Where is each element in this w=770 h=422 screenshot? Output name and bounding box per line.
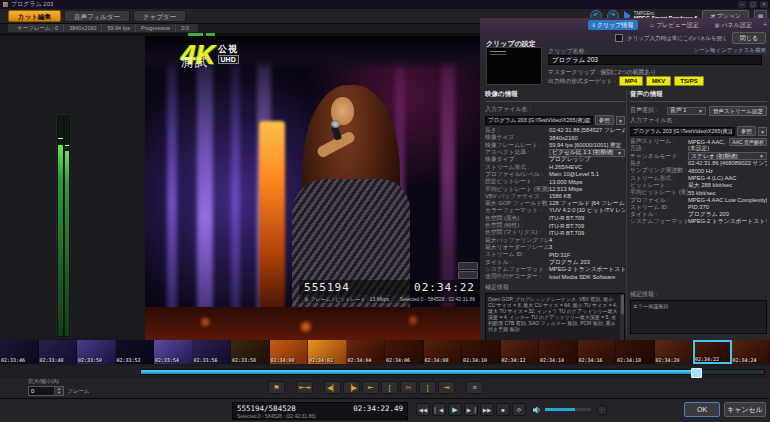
tab-audio-filter[interactable]: 音声フィルター xyxy=(64,10,130,22)
set-end-frame-button[interactable]: ] xyxy=(419,381,436,394)
filmstrip-thumbnail[interactable]: 02:33:46 xyxy=(0,340,39,364)
panel-add-icon[interactable]: + xyxy=(763,20,767,30)
bottom-bar: 555194/584528 02:34:22.49 Selected 0 - 5… xyxy=(0,398,770,422)
status-item: 59.94 fps xyxy=(102,24,136,32)
notes-scrollbar[interactable] xyxy=(620,294,624,340)
filmstrip-thumbnail[interactable]: 02:34:06 xyxy=(385,340,424,364)
filmstrip-thumbnail[interactable]: 02:33:54 xyxy=(154,340,193,364)
video-info-row-value: Main 10@Level 5.1 xyxy=(549,171,625,177)
filmstrip-thumbnail[interactable]: 02:34:14 xyxy=(539,340,578,364)
target-badge-mp4[interactable]: MP4 xyxy=(619,76,643,86)
playback-menu-icon[interactable]: · xyxy=(597,405,607,415)
prev-frame-button[interactable]: ▏◀ xyxy=(432,403,446,416)
filmstrip-thumbnail[interactable]: 02:34:16 xyxy=(578,340,617,364)
audio-info-row-value: 55 kbit/sec xyxy=(688,190,767,196)
video-info-row-label: 使用中のデコーダー : xyxy=(485,272,549,281)
loop-button[interactable]: ⟳ xyxy=(512,403,526,416)
panel-tab-preview-settings[interactable]: ▭プレビュー設定 xyxy=(644,20,703,30)
volume-icon[interactable] xyxy=(532,405,542,415)
prev-frame-button[interactable]: ◀▏ xyxy=(324,381,341,394)
rewind-button[interactable]: ◀◀ xyxy=(416,403,430,416)
edit-menu-button[interactable]: ≡ xyxy=(466,381,483,394)
cancel-button[interactable]: キャンセル xyxy=(724,402,766,417)
audio-file-dropdown-icon[interactable]: ▼ xyxy=(758,127,767,136)
filmstrip-thumbnail[interactable]: 02:34:02 xyxy=(308,340,347,364)
goto-end-button[interactable]: ⇥ xyxy=(438,381,455,394)
set-start-frame-button[interactable]: [ xyxy=(381,381,398,394)
thumbnail-timecode: 02:34:24 xyxy=(733,357,757,363)
filmstrip-thumbnail[interactable]: 02:34:22 xyxy=(693,340,732,364)
video-preview[interactable]: 4K 公視 UHD 測試 555194 02:34:22 全 フレーム / ビッ… xyxy=(145,36,480,340)
filmstrip-thumbnail[interactable]: 02:33:52 xyxy=(116,340,155,364)
filmstrip-thumbnail[interactable]: 02:33:56 xyxy=(193,340,232,364)
video-info-row-value: ITU-R BT.709 xyxy=(549,223,625,229)
ok-button[interactable]: OK xyxy=(684,402,720,417)
audio-notes-box[interactable]: エラー保護無効 xyxy=(630,300,767,334)
clip-settings-title: クリップの設定 xyxy=(486,40,536,47)
play-button[interactable]: ▶ xyxy=(448,403,462,416)
minimize-icon[interactable]: ─ xyxy=(738,1,746,8)
jump-keyframe-button[interactable]: ⇤⇥ xyxy=(296,381,313,394)
scrubber-track[interactable] xyxy=(140,369,765,375)
video-info-title: 映像の情報 xyxy=(485,90,625,102)
filmstrip-thumbnail[interactable]: 02:34:20 xyxy=(655,340,694,364)
filmstrip-thumbnail[interactable]: 02:33:58 xyxy=(231,340,270,364)
close-icon[interactable]: ✕ xyxy=(760,1,768,8)
filmstrip-thumbnail[interactable]: 02:34:24 xyxy=(732,340,770,364)
preview-overlay-buttons[interactable] xyxy=(458,262,478,279)
filmstrip-thumbnail[interactable]: 02:34:08 xyxy=(424,340,463,364)
current-timecode: 02:34:22.49 xyxy=(353,404,403,413)
thumbnail-timecode: 02:33:46 xyxy=(1,357,25,363)
filmstrip-thumbnail[interactable]: 02:34:12 xyxy=(501,340,540,364)
audio-select-dropdown[interactable]: 音声 1▼ xyxy=(667,107,706,115)
timeline-filmstrip[interactable]: 02:33:4602:33:4802:33:5002:33:5202:33:54… xyxy=(0,340,770,364)
fast-forward-button[interactable]: ▶▶ xyxy=(480,403,494,416)
set-keyframe-button[interactable]: ⚑ xyxy=(268,381,285,394)
filmstrip-thumbnail[interactable]: 02:34:04 xyxy=(347,340,386,364)
thumbnail-timecode: 02:34:14 xyxy=(540,357,564,363)
video-notes-box[interactable]: Open GOP, プログレッシブシーケンス, VBV 有効, 最小 CU サイ… xyxy=(485,293,625,341)
panel-tab-panel-settings[interactable]: ▦パネル設定 xyxy=(710,20,757,30)
next-frame-button[interactable]: ▶▕ xyxy=(464,403,478,416)
panel-tab-clip-info[interactable]: ℹクリップ情報 xyxy=(588,20,638,30)
clip-name-input[interactable] xyxy=(548,55,762,65)
title-bar: プログラム 203 ─ ▢ ✕ xyxy=(0,0,770,9)
tab-chapter[interactable]: チャプター xyxy=(133,10,186,22)
thumbnail-timecode: 02:34:04 xyxy=(348,357,372,363)
target-badge-mkv[interactable]: MKV xyxy=(646,76,671,86)
maximize-icon[interactable]: ▢ xyxy=(749,1,757,8)
next-frame-button[interactable]: ▕▶ xyxy=(343,381,360,394)
info-row: システムフォーマット :MPEG-2 トランスポートストリーム xyxy=(630,218,767,225)
zoom-control: 拡大/縮小(A) 0 ▲▼ フレーム xyxy=(28,378,148,396)
audio-stream-settings-button[interactable]: 音声ストリーム設定 xyxy=(709,106,767,116)
goto-start-button[interactable]: ⇤ xyxy=(362,381,379,394)
video-file-dropdown-icon[interactable]: ▼ xyxy=(616,116,625,125)
filmstrip-thumbnail[interactable]: 02:34:00 xyxy=(270,340,309,364)
panel-icon: ▦ xyxy=(715,21,720,29)
audio-file-input[interactable] xyxy=(630,127,735,136)
audio-info-section: 音声の情報 音声選択 : 音声 1▼ 音声ストリーム設定 入力ファイル名 : 参… xyxy=(630,90,767,338)
cut-button[interactable]: ✂ xyxy=(400,381,417,394)
target-badge-ts-ps[interactable]: TS/PS xyxy=(674,76,703,86)
close-panel-button[interactable]: 閉じる xyxy=(732,32,766,44)
zoom-spinner[interactable]: 0 ▲▼ xyxy=(28,386,64,396)
audio-browse-button[interactable]: 参照 xyxy=(737,126,756,136)
spinner-down-icon[interactable]: ▼ xyxy=(55,391,63,395)
filmstrip-thumbnail[interactable]: 02:33:48 xyxy=(39,340,78,364)
video-file-input[interactable] xyxy=(485,116,593,125)
video-browse-button[interactable]: 参照 xyxy=(595,115,614,125)
stop-button[interactable]: ■ xyxy=(496,403,510,416)
always-open-label: クリップ入力時は常にこのパネルを開く xyxy=(627,35,728,42)
scrubber-handle[interactable] xyxy=(691,368,702,378)
audio-file-label: 入力ファイル名 : xyxy=(630,116,767,125)
tab-cut-edit[interactable]: カット編集 xyxy=(8,10,61,22)
always-open-checkbox[interactable] xyxy=(615,34,623,42)
volume-slider[interactable] xyxy=(545,408,591,411)
timeline-scrubber[interactable] xyxy=(0,366,770,377)
filmstrip-thumbnail[interactable]: 02:33:50 xyxy=(77,340,116,364)
info-row: 使用中のデコーダー :Intel Media SDK Software xyxy=(485,273,625,280)
overlay-frame-number: 555194 xyxy=(304,281,350,294)
scene-index-link[interactable]: シーン毎インデックスを構築 xyxy=(693,47,766,54)
filmstrip-thumbnail[interactable]: 02:34:18 xyxy=(616,340,655,364)
filmstrip-thumbnail[interactable]: 02:34:10 xyxy=(462,340,501,364)
